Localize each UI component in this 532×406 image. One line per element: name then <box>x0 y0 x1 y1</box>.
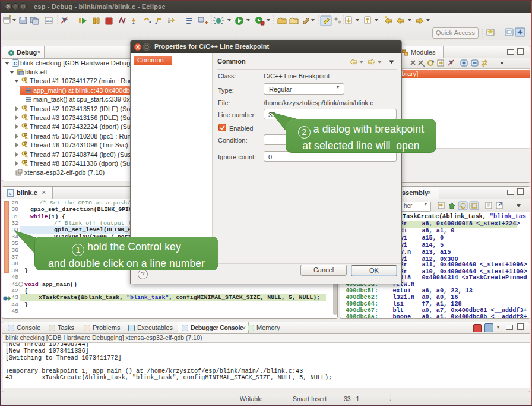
svg-text:C: C <box>14 60 18 66</box>
svg-text:i: i <box>168 17 170 24</box>
svg-text:010: 010 <box>46 19 52 23</box>
svg-text:c: c <box>10 191 12 196</box>
